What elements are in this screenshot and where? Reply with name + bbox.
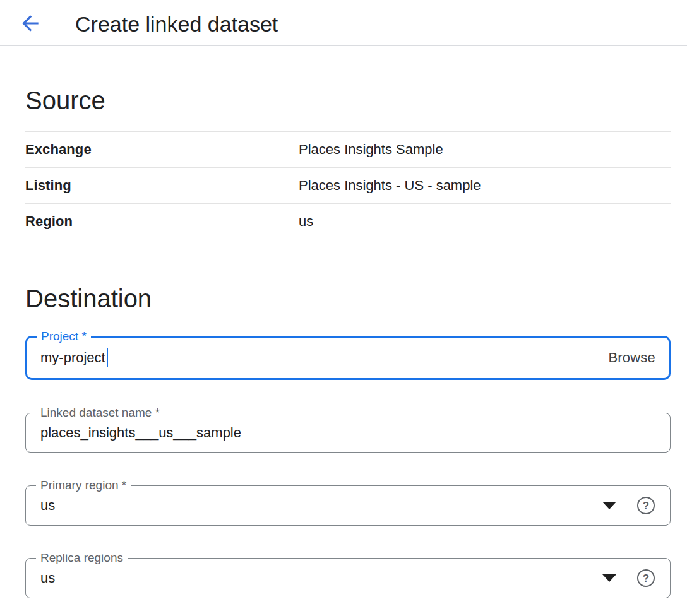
replica-regions-label: Replica regions <box>36 550 128 566</box>
source-row-region: Region us <box>25 203 671 239</box>
arrow-back-icon <box>18 11 42 35</box>
replica-regions-value[interactable]: us <box>40 570 55 586</box>
primary-region-value[interactable]: us <box>40 497 55 514</box>
project-field-value[interactable]: my-project <box>40 350 105 366</box>
text-cursor <box>107 348 108 367</box>
source-info-table: Exchange Places Insights Sample Listing … <box>25 131 671 239</box>
source-row-listing: Listing Places Insights - US - sample <box>25 167 671 203</box>
project-field-label: Project * <box>37 329 91 344</box>
page-title: Create linked dataset <box>75 11 278 37</box>
chevron-down-icon[interactable] <box>602 574 616 582</box>
linked-dataset-name-label: Linked dataset name * <box>36 405 164 420</box>
source-heading: Source <box>25 86 105 115</box>
exchange-label: Exchange <box>25 141 299 158</box>
destination-heading: Destination <box>25 284 152 313</box>
chevron-down-icon[interactable] <box>602 502 616 509</box>
replica-regions-select[interactable]: Replica regions us ? <box>25 558 671 598</box>
primary-region-label: Primary region * <box>36 478 131 493</box>
project-field[interactable]: Project * my-project Browse <box>25 336 671 380</box>
browse-button[interactable]: Browse <box>608 350 655 366</box>
page-header: Create linked dataset <box>0 0 687 46</box>
region-value: us <box>299 213 313 230</box>
region-label: Region <box>25 213 299 230</box>
linked-dataset-name-field[interactable]: Linked dataset name * places_insights___… <box>25 413 671 453</box>
help-icon[interactable]: ? <box>637 497 655 514</box>
linked-dataset-name-value[interactable]: places_insights___us___sample <box>40 425 241 441</box>
source-row-exchange: Exchange Places Insights Sample <box>25 131 671 167</box>
listing-label: Listing <box>25 177 299 194</box>
help-icon[interactable]: ? <box>637 569 655 587</box>
listing-value: Places Insights - US - sample <box>299 177 481 194</box>
exchange-value: Places Insights Sample <box>299 141 443 158</box>
primary-region-select[interactable]: Primary region * us ? <box>25 485 671 526</box>
back-button[interactable] <box>15 8 45 38</box>
